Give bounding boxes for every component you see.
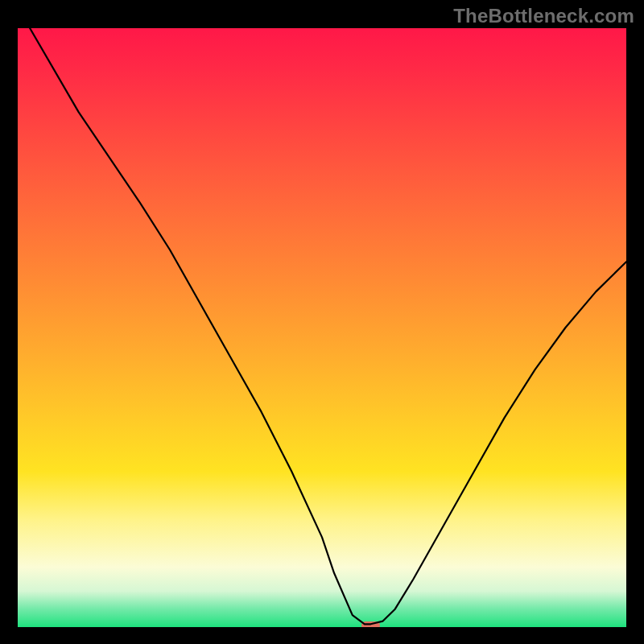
bottleneck-curve bbox=[18, 28, 626, 627]
watermark-text: TheBottleneck.com bbox=[453, 5, 634, 27]
chart-frame: TheBottleneck.com bbox=[0, 0, 644, 644]
plot-area bbox=[18, 28, 626, 627]
